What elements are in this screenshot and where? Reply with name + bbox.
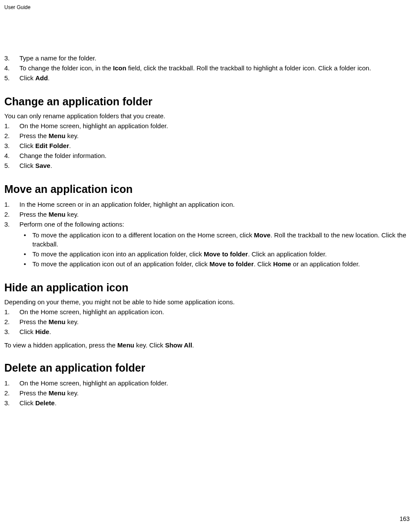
step-text: key.: [66, 132, 79, 139]
step-text: .: [69, 142, 71, 149]
step-text: .: [55, 399, 57, 407]
list-item: On the Home screen, highlight an applica…: [4, 121, 414, 130]
bullet-text: . Click an application folder.: [248, 250, 327, 258]
bold-term: Edit Folder: [35, 142, 69, 149]
outro-text: To view a hidden application, press the: [4, 341, 117, 349]
step-text: Click: [19, 162, 35, 169]
list-item: Click Edit Folder.: [4, 141, 414, 150]
bullet-text: To move the application icon out of an a…: [32, 260, 209, 268]
sub-bullet-list: To move the application icon to a differ…: [19, 230, 414, 268]
section-heading: Change an application folder: [4, 95, 414, 108]
list-item: Change the folder information.: [4, 151, 414, 160]
bold-term: Move to folder: [209, 260, 254, 268]
list-item: Press the Menu key.: [4, 210, 414, 219]
list-item: On the Home screen, highlight an applica…: [4, 379, 414, 388]
list-item: Type a name for the folder.: [4, 54, 414, 63]
step-text: Click: [19, 74, 35, 82]
list-item: Press the Menu key.: [4, 388, 414, 398]
step-text: Press the: [19, 132, 49, 139]
step-text: Press the: [19, 211, 49, 218]
step-text: .: [48, 74, 50, 82]
step-text: key.: [66, 318, 79, 325]
list-item: In the Home screen or in an application …: [4, 200, 414, 209]
page-header: User Guide: [4, 4, 414, 10]
bold-term: Delete: [35, 399, 55, 407]
list-item: To move the application icon to a differ…: [19, 230, 414, 249]
step-text: key.: [66, 389, 79, 397]
step-text: Change the folder information.: [19, 152, 107, 159]
step-text: To change the folder icon, in the: [19, 64, 113, 72]
step-text: Type a name for the folder.: [19, 54, 96, 62]
list-item: Press the Menu key.: [4, 317, 414, 326]
list-item: To change the folder icon, in the Icon f…: [4, 63, 414, 73]
list-item: Click Delete.: [4, 398, 414, 407]
page-content: Type a name for the folder. To change th…: [4, 54, 414, 407]
bold-term: Home: [273, 260, 291, 268]
bullet-text: To move the application icon to a differ…: [32, 231, 254, 239]
bullet-text: . Click: [254, 260, 273, 268]
steps-list: In the Home screen or in an application …: [4, 200, 414, 268]
bold-term: Move to folder: [204, 250, 248, 258]
step-text: Click: [19, 328, 35, 335]
step-text: Press the: [19, 318, 49, 325]
step-text: Click: [19, 399, 35, 407]
list-item: Perform one of the following actions: To…: [4, 220, 414, 268]
bold-term: Save: [35, 162, 51, 169]
section-heading: Hide an application icon: [4, 281, 414, 294]
steps-list: On the Home screen, highlight an applica…: [4, 307, 414, 336]
bold-term: Add: [35, 74, 48, 82]
page-number: 163: [400, 515, 410, 522]
list-item: Click Hide.: [4, 327, 414, 336]
list-item: To move the application icon out of an a…: [19, 259, 414, 268]
section-outro: To view a hidden application, press the …: [4, 341, 414, 349]
bold-term: Show All: [165, 341, 192, 349]
bold-term: Icon: [113, 64, 126, 72]
bold-term: Menu: [117, 341, 134, 349]
outro-text: .: [192, 341, 194, 349]
step-text: field, click the trackball. Roll the tra…: [126, 64, 371, 72]
step-text: Perform one of the following actions:: [19, 221, 124, 228]
step-text: .: [51, 162, 52, 169]
step-text: On the Home screen, highlight an applica…: [19, 122, 168, 129]
bold-term: Move: [254, 231, 270, 239]
list-item: Press the Menu key.: [4, 131, 414, 140]
bold-term: Menu: [49, 132, 66, 139]
step-text: .: [49, 328, 51, 335]
step-text: Click: [19, 142, 35, 149]
list-item: To move the application icon into an app…: [19, 249, 414, 259]
section-heading: Delete an application folder: [4, 362, 414, 374]
section-intro: Depending on your theme, you might not b…: [4, 298, 414, 306]
step-text: In the Home screen or in an application …: [19, 201, 235, 208]
step-text: On the Home screen, highlight an applica…: [19, 379, 168, 387]
list-item: Click Add.: [4, 73, 414, 82]
steps-list: On the Home screen, highlight an applica…: [4, 379, 414, 407]
steps-list: On the Home screen, highlight an applica…: [4, 121, 414, 170]
outro-text: key. Click: [134, 341, 165, 349]
bold-term: Menu: [49, 211, 66, 218]
bold-term: Hide: [35, 328, 50, 335]
step-text: key.: [66, 211, 79, 218]
step-text: On the Home screen, highlight an applica…: [19, 308, 164, 315]
section-intro: You can only rename application folders …: [4, 112, 414, 120]
step-text: Press the: [19, 389, 49, 397]
bullet-text: To move the application icon into an app…: [32, 250, 204, 258]
list-item: Click Save.: [4, 161, 414, 170]
list-item: On the Home screen, highlight an applica…: [4, 307, 414, 316]
intro-steps-list: Type a name for the folder. To change th…: [4, 54, 414, 82]
bold-term: Menu: [49, 389, 66, 397]
section-heading: Move an application icon: [4, 183, 414, 196]
bold-term: Menu: [49, 318, 66, 325]
bullet-text: or an application folder.: [291, 260, 360, 268]
